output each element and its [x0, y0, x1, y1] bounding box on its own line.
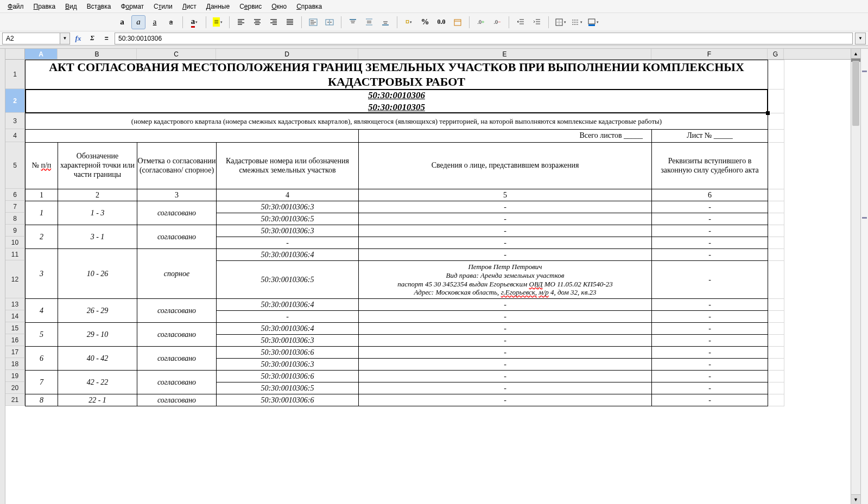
menu-sheet[interactable]: Лист — [178, 1, 201, 12]
row-header-2[interactable]: 2 — [5, 89, 25, 113]
row-header-4[interactable]: 4 — [5, 129, 25, 142]
row-header-7[interactable]: 7 — [5, 201, 25, 213]
menu-help[interactable]: Справка — [292, 1, 326, 12]
data-cadnum-1-0[interactable]: 50:30:0010306:3 — [217, 201, 359, 213]
col-header-g[interactable]: G — [768, 49, 784, 59]
currency-button[interactable]: ¤▾ — [402, 15, 416, 29]
data-person-1-0[interactable]: - — [359, 201, 652, 213]
border-style-button[interactable]: ▾ — [569, 15, 584, 29]
row-header-1[interactable]: 1 — [5, 60, 25, 89]
total-sheets[interactable]: Всего листов _____ — [359, 130, 652, 143]
data-person-1-1[interactable]: - — [359, 213, 652, 225]
row-header-15[interactable]: 15 — [5, 322, 25, 334]
col-header-b[interactable]: B — [58, 49, 137, 59]
data-cadnum-5-1[interactable]: 50:30:0010306:3 — [217, 335, 359, 347]
data-status-8[interactable]: согласовано — [137, 394, 217, 406]
data-cadnum-6-0[interactable]: 50:30:0010306:6 — [217, 347, 359, 359]
menu-file[interactable]: Файл — [3, 1, 28, 12]
table-colnum-b[interactable]: 2 — [58, 189, 137, 201]
data-point-2[interactable]: 3 - 1 — [58, 225, 137, 249]
function-button[interactable]: = — [100, 33, 112, 44]
data-num-6[interactable]: 6 — [26, 347, 58, 371]
menu-format[interactable]: Формат — [116, 1, 148, 12]
data-point-5[interactable]: 29 - 10 — [58, 323, 137, 347]
data-cadnum-4-1[interactable]: - — [217, 311, 359, 323]
remove-decimal-button[interactable]: .0− — [490, 15, 504, 29]
data-status-7[interactable]: согласовано — [137, 371, 217, 394]
highlight-button[interactable]: ≡▾ — [211, 15, 225, 29]
col-header-c[interactable]: C — [137, 49, 216, 59]
data-point-4[interactable]: 26 - 29 — [58, 299, 137, 323]
table-header-d[interactable]: Кадастровые номера или обозначения смежн… — [217, 143, 359, 189]
data-status-2[interactable]: согласовано — [137, 225, 217, 249]
data-act-4-1[interactable]: - — [652, 311, 768, 323]
note-cell[interactable]: (номер кадастрового квартала (номера сме… — [26, 113, 768, 130]
data-person-3-0[interactable]: - — [359, 249, 652, 261]
data-cadnum-1-1[interactable]: 50:30:0010306:5 — [217, 213, 359, 225]
row-header-17[interactable]: 17 — [5, 346, 25, 358]
data-person-6-0[interactable]: - — [359, 347, 652, 359]
wrap-text-button[interactable] — [306, 15, 320, 29]
menu-styles[interactable]: Стили — [149, 1, 177, 12]
increase-indent-button[interactable] — [514, 15, 528, 29]
bold-button[interactable]: a — [115, 15, 129, 29]
row-header-14[interactable]: 14 — [5, 310, 25, 322]
data-cadnum-3-1[interactable]: 50:30:0010306:5 — [217, 261, 359, 299]
data-person-5-1[interactable]: - — [359, 335, 652, 347]
spreadsheet-grid[interactable]: АКТ СОГЛАСОВАНИЯ МЕСТОПОЛОЖЕНИЯ ГРАНИЦ З… — [25, 60, 784, 406]
data-cadnum-2-1[interactable]: - — [217, 237, 359, 249]
data-num-3[interactable]: 3 — [26, 249, 58, 299]
data-cadnum-4-0[interactable]: 50:30:0010306:4 — [217, 299, 359, 311]
name-box[interactable]: A2 ▼ — [2, 33, 70, 44]
data-cadnum-5-0[interactable]: 50:30:0010306:4 — [217, 323, 359, 335]
row-header-12[interactable]: 12 — [5, 260, 25, 298]
data-point-1[interactable]: 1 - 3 — [58, 201, 137, 225]
row-header-9[interactable]: 9 — [5, 225, 25, 237]
data-cadnum-3-0[interactable]: 50:30:0010306:4 — [217, 249, 359, 261]
align-right-button[interactable] — [267, 15, 281, 29]
data-cadnum-2-0[interactable]: 50:30:0010306:3 — [217, 225, 359, 237]
row-header-8[interactable]: 8 — [5, 213, 25, 225]
data-point-8[interactable]: 22 - 1 — [58, 394, 137, 406]
row-header-21[interactable]: 21 — [5, 394, 25, 406]
data-act-1-1[interactable]: - — [652, 213, 768, 225]
data-act-2-1[interactable]: - — [652, 237, 768, 249]
menu-view[interactable]: Вид — [61, 1, 81, 12]
col-header-d[interactable]: D — [216, 49, 358, 59]
scroll-thumb[interactable] — [852, 61, 859, 126]
data-point-3[interactable]: 10 - 26 — [58, 249, 137, 299]
data-act-4-0[interactable]: - — [652, 299, 768, 311]
data-act-6-0[interactable]: - — [652, 347, 768, 359]
underline-button[interactable]: a — [148, 15, 162, 29]
valign-middle-button[interactable] — [362, 15, 376, 29]
data-act-8-0[interactable]: - — [652, 394, 768, 406]
table-colnum-f[interactable]: 6 — [652, 189, 768, 201]
scroll-up-button[interactable]: ▲ — [851, 49, 860, 59]
data-person-2-0[interactable]: - — [359, 225, 652, 237]
data-person-7-0[interactable]: - — [359, 371, 652, 382]
decrease-indent-button[interactable] — [530, 15, 544, 29]
valign-top-button[interactable] — [346, 15, 360, 29]
menu-tools[interactable]: Сервис — [235, 1, 266, 12]
function-wizard-button[interactable]: fx — [72, 33, 84, 44]
data-person-2-1[interactable]: - — [359, 237, 652, 249]
align-center-button[interactable] — [250, 15, 264, 29]
valign-bottom-button[interactable] — [378, 15, 392, 29]
table-header-e[interactable]: Сведения о лице, представившем возражени… — [359, 143, 652, 189]
table-header-f[interactable]: Реквизиты вступившего в законную силу су… — [652, 143, 768, 189]
data-person-7-1[interactable]: - — [359, 382, 652, 394]
table-colnum-c[interactable]: 3 — [137, 189, 217, 201]
data-person-6-1[interactable]: - — [359, 359, 652, 371]
row-header-10[interactable]: 10 — [5, 237, 25, 248]
data-act-5-0[interactable]: - — [652, 323, 768, 335]
data-point-6[interactable]: 40 - 42 — [58, 347, 137, 371]
row-header-3[interactable]: 3 — [5, 113, 25, 129]
data-act-1-0[interactable]: - — [652, 201, 768, 213]
align-justify-button[interactable] — [283, 15, 297, 29]
table-header-b[interactable]: Обозначение характерной точки или части … — [58, 143, 137, 189]
row-header-5[interactable]: 5 — [5, 142, 25, 189]
menu-window[interactable]: Окно — [267, 1, 291, 12]
data-act-3-0[interactable]: - — [652, 249, 768, 261]
cadastral-cell[interactable]: 50:30:001030650:30:0010305 — [26, 90, 768, 113]
row-header-20[interactable]: 20 — [5, 382, 25, 394]
